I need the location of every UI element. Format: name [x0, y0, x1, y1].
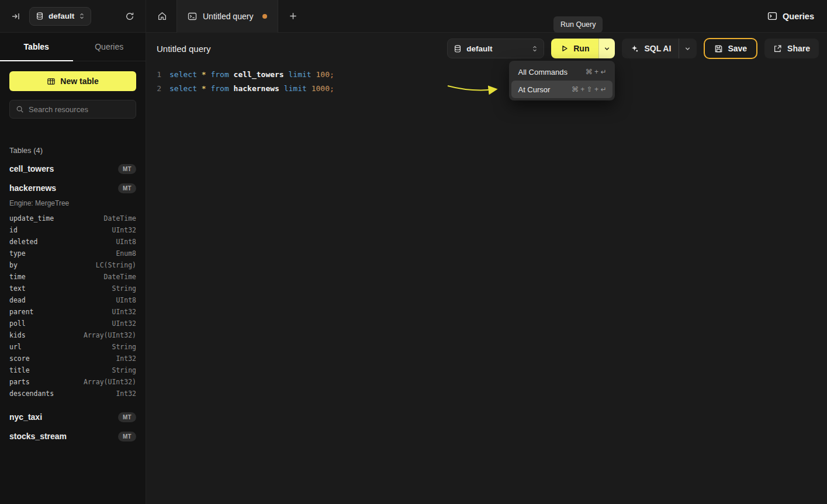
- search-input[interactable]: [29, 105, 132, 114]
- chevron-down-icon: [604, 46, 610, 52]
- code-lines: 1select * from cell_towers limit 100;2se…: [146, 68, 827, 96]
- chevron-updown-icon: [79, 12, 85, 20]
- code-text: select * from hackernews limit 1000;: [169, 84, 334, 93]
- line-number: 2: [146, 82, 161, 96]
- search-box: [9, 100, 136, 119]
- table-row[interactable]: stocks_streamMT: [0, 427, 146, 446]
- menu-item-label: All Commands: [518, 68, 568, 77]
- columns-list: update_timeDateTimeidUInt32deletedUInt8t…: [0, 213, 146, 399]
- save-icon: [714, 44, 723, 53]
- table-row[interactable]: nyc_taxiMT: [0, 408, 146, 427]
- column-row: textString: [0, 283, 146, 294]
- column-row: typeEnum8: [0, 248, 146, 259]
- column-row: descendantsInt32: [0, 388, 146, 399]
- column-type: Enum8: [116, 249, 136, 258]
- column-type: Array(UInt32): [84, 331, 136, 339]
- topbar-database-value: default: [49, 12, 74, 20]
- table-name: cell_towers: [9, 164, 54, 173]
- new-table-label: New table: [60, 77, 98, 86]
- column-type: Int32: [116, 390, 136, 398]
- column-row: urlString: [0, 341, 146, 353]
- run-button-group: Run All Commands⌘ + ↵At Cursor⌘ + ⇧ + ↵: [551, 39, 615, 58]
- column-name: by: [9, 261, 18, 269]
- run-menu-item[interactable]: All Commands⌘ + ↵: [511, 63, 613, 81]
- engine-badge: MT: [118, 432, 136, 442]
- run-menu-item[interactable]: At Cursor⌘ + ⇧ + ↵: [511, 81, 613, 98]
- header-actions: default Run: [447, 38, 819, 59]
- column-row: idUInt32: [0, 224, 146, 236]
- column-row: pollUInt32: [0, 318, 146, 329]
- database-icon: [36, 12, 44, 20]
- top-bar-left: default: [0, 0, 146, 32]
- column-type: String: [112, 343, 136, 351]
- column-name: kids: [9, 331, 26, 339]
- column-type: Int32: [116, 354, 136, 363]
- run-button[interactable]: Run: [551, 39, 598, 58]
- table-row[interactable]: cell_towersMT: [0, 159, 146, 179]
- play-icon: [560, 44, 569, 53]
- column-row: titleString: [0, 364, 146, 376]
- sql-editor[interactable]: 1select * from cell_towers limit 100;2se…: [146, 64, 827, 504]
- save-label: Save: [728, 44, 747, 53]
- sidebar-content: New table: [0, 61, 146, 133]
- engine-label: Engine: MergeTree: [0, 198, 146, 213]
- share-label: Share: [787, 44, 810, 53]
- tab-untitled-query[interactable]: Untitled query: [177, 0, 278, 33]
- run-menu: All Commands⌘ + ↵At Cursor⌘ + ⇧ + ↵: [509, 61, 615, 100]
- queries-button[interactable]: Queries: [767, 11, 814, 21]
- sidebar-tab-tables[interactable]: Tables: [0, 33, 73, 61]
- sql-ai-button[interactable]: SQL AI: [622, 39, 697, 58]
- column-type: String: [112, 366, 136, 374]
- line-number: 1: [146, 68, 161, 82]
- queries-label: Queries: [783, 12, 814, 21]
- run-options-button[interactable]: [598, 39, 615, 58]
- save-button[interactable]: Save: [704, 38, 757, 59]
- tab-title: Untitled query: [203, 12, 253, 21]
- refresh-button[interactable]: [121, 8, 139, 25]
- column-row: partsArray(UInt32): [0, 376, 146, 388]
- search-icon: [16, 105, 24, 113]
- plus-icon: [289, 12, 297, 20]
- home-button[interactable]: [153, 8, 171, 25]
- top-bar: default Untitled query: [0, 0, 827, 33]
- database-icon: [454, 44, 462, 53]
- collapse-sidebar-icon[interactable]: [7, 8, 25, 25]
- menu-item-label: At Cursor: [518, 85, 550, 94]
- column-type: UInt8: [116, 238, 136, 246]
- column-name: descendants: [9, 390, 54, 398]
- new-table-button[interactable]: New table: [9, 71, 136, 91]
- sidebar-tab-queries[interactable]: Queries: [73, 33, 146, 61]
- column-type: String: [112, 284, 136, 293]
- column-row: timeDateTime: [0, 271, 146, 283]
- sidebar: Tables Queries New table T: [0, 33, 146, 504]
- app-window: default Untitled query: [0, 0, 827, 504]
- unsaved-indicator-dot: [262, 14, 267, 19]
- topbar-database-selector[interactable]: default: [29, 7, 91, 26]
- sidebar-tabs: Tables Queries: [0, 33, 146, 61]
- sql-ai-chevron-down-icon[interactable]: [679, 39, 697, 58]
- table-grid-icon: [47, 77, 56, 86]
- table-row[interactable]: hackernewsMT: [0, 179, 146, 198]
- header-database-selector[interactable]: default: [447, 39, 544, 58]
- table-name: hackernews: [9, 183, 56, 193]
- editor-header: Untitled query default: [146, 33, 827, 64]
- column-type: UInt32: [112, 226, 136, 234]
- column-name: time: [9, 273, 26, 281]
- code-text: select * from cell_towers limit 100;: [169, 70, 334, 79]
- page-title: Untitled query: [157, 44, 211, 54]
- column-type: UInt32: [112, 308, 136, 316]
- column-name: deleted: [9, 238, 37, 246]
- code-line: 1select * from cell_towers limit 100;: [146, 68, 827, 82]
- share-button[interactable]: Share: [764, 39, 819, 58]
- tables-section-label: Tables (4): [9, 146, 136, 155]
- column-type: DateTime: [104, 273, 136, 281]
- table-name: nyc_taxi: [9, 412, 42, 422]
- sql-ai-label: SQL AI: [644, 44, 671, 53]
- column-name: text: [9, 284, 26, 293]
- table-name: stocks_stream: [9, 432, 67, 441]
- new-tab-button[interactable]: [284, 8, 302, 25]
- column-row: byLC(String): [0, 259, 146, 271]
- column-name: id: [9, 226, 18, 234]
- column-type: DateTime: [104, 214, 136, 223]
- column-type: LC(String): [96, 261, 136, 269]
